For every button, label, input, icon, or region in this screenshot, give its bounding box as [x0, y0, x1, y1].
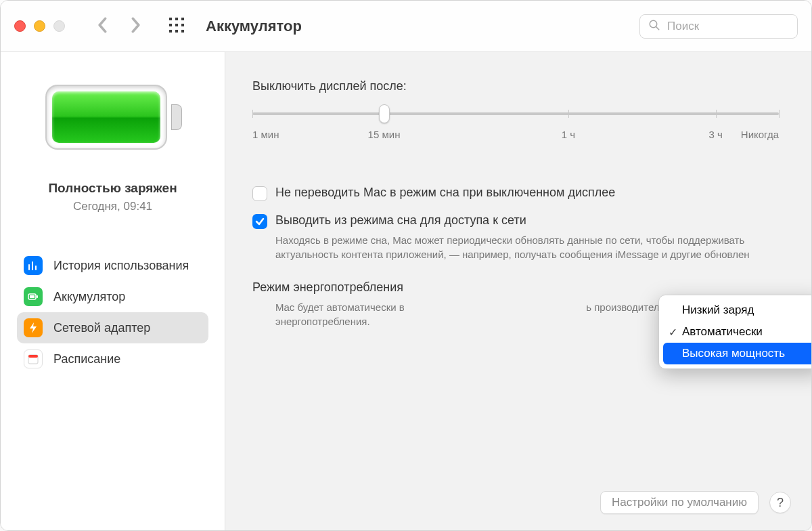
svg-rect-2 [181, 18, 184, 20]
prevent-sleep-checkbox[interactable] [252, 186, 267, 201]
body: Полностью заряжен Сегодня, 09:41 История… [1, 52, 811, 530]
calendar-icon [24, 349, 43, 368]
dropdown-option-low[interactable]: Низкий заряд [663, 299, 812, 321]
nav-arrows [96, 17, 142, 36]
show-all-prefs-button[interactable] [168, 17, 185, 36]
sidebar-item-battery[interactable]: Аккумулятор [17, 281, 208, 312]
svg-rect-11 [37, 295, 38, 298]
svg-rect-7 [175, 30, 178, 33]
battery-status: Полностью заряжен Сегодня, 09:41 [48, 181, 177, 213]
footer: Настройки по умолчанию ? [600, 491, 791, 514]
display-off-slider[interactable] [252, 106, 779, 122]
slider-thumb[interactable] [379, 104, 390, 123]
sidebar-item-power-adapter[interactable]: Сетевой адаптер [17, 312, 208, 343]
search-placeholder: Поиск [667, 20, 699, 33]
svg-rect-1 [175, 18, 178, 20]
energy-mode-label: Режим энергопотребления [252, 280, 779, 295]
wake-for-network-label: Выводить из режима сна для доступа к сет… [275, 213, 526, 228]
usage-icon [24, 256, 43, 275]
help-button[interactable]: ? [769, 492, 791, 513]
battery-icon [24, 287, 43, 306]
sidebar-item-label: История использования [53, 259, 189, 273]
energy-mode-dropdown[interactable]: Низкий заряд Автоматически Высокая мощно… [658, 295, 812, 369]
slider-tick-labels: 1 мин 15 мин 1 ч 3 ч Никогда [252, 129, 779, 142]
battery-graphic [45, 85, 181, 150]
window: Аккумулятор Поиск Полностью заряжен Сего… [0, 0, 812, 531]
main-panel: Выключить дисплей после: 1 мин 15 мин 1 … [225, 52, 811, 530]
wake-for-network-desc: Находясь в режиме сна, Mac может периоди… [275, 233, 763, 261]
display-off-label: Выключить дисплей после: [252, 79, 779, 93]
search-icon [648, 19, 660, 34]
svg-rect-6 [169, 30, 172, 33]
dropdown-option-high[interactable]: Высокая мощность [663, 343, 812, 364]
sidebar-item-schedule[interactable]: Расписание [17, 343, 208, 375]
svg-rect-4 [175, 24, 178, 26]
close-window-button[interactable] [14, 20, 26, 32]
sidebar-item-label: Сетевой адаптер [53, 321, 150, 335]
prevent-sleep-label: Не переводить Mac в режим сна при выключ… [275, 186, 615, 200]
wake-for-network-row[interactable]: Выводить из режима сна для доступа к сет… [252, 213, 779, 229]
sidebar-nav: История использования Аккумулятор Сетево… [1, 250, 225, 375]
restore-defaults-button[interactable]: Настройки по умолчанию [600, 491, 759, 514]
forward-button[interactable] [129, 17, 142, 36]
svg-rect-5 [181, 24, 184, 26]
sidebar: Полностью заряжен Сегодня, 09:41 История… [1, 52, 225, 530]
zoom-window-button [53, 20, 65, 32]
back-button[interactable] [96, 17, 110, 36]
svg-rect-8 [181, 30, 184, 33]
traffic-lights [14, 20, 65, 32]
dropdown-option-auto[interactable]: Автоматически [663, 321, 812, 343]
prevent-sleep-row[interactable]: Не переводить Mac в режим сна при выключ… [252, 186, 779, 201]
battery-status-sub: Сегодня, 09:41 [48, 200, 177, 213]
toolbar: Аккумулятор Поиск [1, 1, 811, 52]
minimize-window-button[interactable] [34, 20, 45, 32]
page-title: Аккумулятор [206, 18, 302, 35]
battery-status-main: Полностью заряжен [48, 181, 177, 196]
wake-for-network-checkbox[interactable] [252, 214, 267, 229]
bolt-icon [24, 318, 43, 337]
sidebar-item-label: Расписание [53, 352, 120, 366]
svg-rect-14 [28, 355, 38, 358]
svg-rect-0 [169, 18, 172, 20]
svg-rect-12 [30, 295, 35, 298]
search-field[interactable]: Поиск [639, 14, 798, 39]
sidebar-item-label: Аккумулятор [53, 290, 125, 304]
svg-rect-3 [169, 24, 172, 26]
sidebar-item-usage[interactable]: История использования [17, 250, 208, 281]
